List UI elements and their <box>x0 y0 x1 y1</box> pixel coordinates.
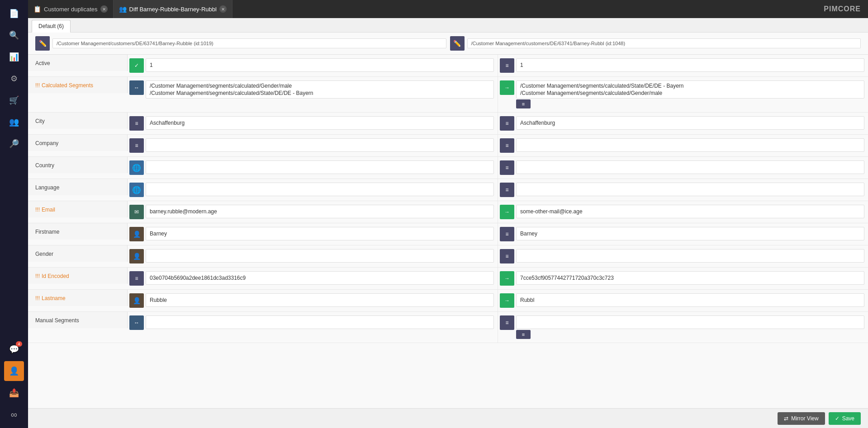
right-value-2: ≡Aschaffenburg <box>498 113 868 134</box>
left-icon-4: 🌐 <box>129 160 144 175</box>
left-icon-8: 👤 <box>129 249 144 263</box>
diff-excl-icon: !!! <box>35 295 40 301</box>
left-text-2: Aschaffenburg <box>146 116 494 130</box>
field-row-5: Language🌐≡ <box>28 179 868 201</box>
right-value-4: ≡ <box>498 157 868 179</box>
right-path-cell: ✏️ /Customer Management/customers/DE/637… <box>450 36 861 51</box>
tab-icon-diff: 👥 <box>119 5 127 13</box>
right-icon-6: → <box>500 205 514 219</box>
field-row-7: Firstname👤Barney≡Barney <box>28 223 868 245</box>
tab-close-diff[interactable]: ✕ <box>219 5 227 13</box>
field-values-10: 👤Rubble→Rubbl <box>128 290 868 311</box>
right-value-0: ≡1 <box>498 55 868 76</box>
mirror-view-button[interactable]: ⇄ Mirror View <box>778 412 825 425</box>
search-icon[interactable]: 🔍 <box>4 25 24 45</box>
tab-diff-barney[interactable]: 👥 Diff Barney-Rubble-Barney-Rubbl ✕ <box>114 0 232 18</box>
mirror-view-label: Mirror View <box>791 415 818 422</box>
right-value-6: →some-other-mail@ice.age <box>498 201 868 223</box>
person-icon[interactable]: 👤 <box>4 361 24 381</box>
left-value-11: ↔ <box>128 312 498 343</box>
infinity-icon[interactable]: ∞ <box>4 404 24 424</box>
left-text-7: Barney <box>146 227 494 240</box>
right-text-10: Rubbl <box>516 293 864 307</box>
left-icon-0: ✓ <box>129 58 144 73</box>
tab-icon-duplicates: 📋 <box>33 5 41 13</box>
field-row-10: !!!Lastname👤Rubble→Rubbl <box>28 290 868 312</box>
save-button[interactable]: ✓ Save <box>829 412 861 425</box>
chart-icon[interactable]: 📊 <box>4 47 24 67</box>
left-text-6: barney.rubble@modern.age <box>146 205 494 218</box>
right-text-11 <box>516 315 864 329</box>
left-path-cell: ✏️ /Customer Management/customers/DE/637… <box>35 36 446 51</box>
save-label: Save <box>842 415 854 422</box>
right-icon-1: → <box>500 80 514 95</box>
tab-close-duplicates[interactable]: ✕ <box>100 5 108 13</box>
left-value-0: ✓1 <box>128 55 498 76</box>
settings-icon[interactable]: ⚙ <box>4 69 24 89</box>
right-text-9: 7cce53cf90577442771720a370c3c723 <box>516 271 864 285</box>
field-values-6: ✉barney.rubble@modern.age→some-other-mai… <box>128 201 868 223</box>
right-icon-9: → <box>500 271 514 286</box>
sub-tab-bar: Default (6) <box>28 18 868 33</box>
chat-icon[interactable]: 💬 4 <box>4 339 24 359</box>
field-label-7: Firstname <box>28 223 128 240</box>
field-label-5: Language <box>28 179 128 195</box>
export-icon[interactable]: 📤 <box>4 383 24 403</box>
document-icon[interactable]: 📄 <box>4 4 24 24</box>
field-label-4: Country <box>28 157 128 173</box>
right-value-3: ≡ <box>498 135 868 156</box>
field-row-8: Gender👤≡ <box>28 245 868 268</box>
field-values-1: ↔/Customer Management/segments/calculate… <box>128 77 868 112</box>
left-icon-10: 👤 <box>129 293 144 308</box>
tab-customer-duplicates[interactable]: 📋 Customer duplicates ✕ <box>28 0 114 18</box>
left-value-2: ≡Aschaffenburg <box>128 113 498 134</box>
right-text-0: 1 <box>516 58 864 72</box>
right-text-3 <box>516 138 864 152</box>
magnify-icon[interactable]: 🔎 <box>4 134 24 154</box>
right-text-5 <box>516 183 864 196</box>
chat-badge: 4 <box>16 341 22 347</box>
left-icon-7: 👤 <box>129 227 144 241</box>
field-row-6: !!!Email✉barney.rubble@modern.age→some-o… <box>28 201 868 223</box>
right-icon-2: ≡ <box>500 116 514 131</box>
right-value-9: →7cce53cf90577442771720a370c3c723 <box>498 268 868 289</box>
save-check-icon: ✓ <box>835 415 840 422</box>
right-icon-0: ≡ <box>500 58 514 73</box>
left-text-4 <box>146 160 494 174</box>
left-icon-6: ✉ <box>129 205 144 219</box>
sidebar: 📄 🔍 📊 ⚙ 🛒 👥 🔎 💬 4 👤 📤 ∞ <box>0 0 28 428</box>
path-row: ✏️ /Customer Management/customers/DE/637… <box>28 33 868 55</box>
left-icon-11: ↔ <box>129 315 144 330</box>
content-area: Default (6) ✏️ /Customer Management/cust… <box>28 18 868 428</box>
sub-tab-default[interactable]: Default (6) <box>32 20 71 33</box>
right-path-icon: ✏️ <box>453 40 461 47</box>
left-value-6: ✉barney.rubble@modern.age <box>128 201 498 223</box>
cart-icon[interactable]: 🛒 <box>4 90 24 110</box>
right-text-2: Aschaffenburg <box>516 116 864 130</box>
left-text-1: /Customer Management/segments/calculated… <box>146 80 494 99</box>
left-path-button[interactable]: ✏️ <box>35 36 50 51</box>
users-icon[interactable]: 👥 <box>4 112 24 132</box>
right-path-text: /Customer Management/customers/DE/63741/… <box>467 38 861 48</box>
field-label-6: !!!Email <box>28 201 128 217</box>
field-label-9: !!!Id Encoded <box>28 268 128 284</box>
field-row-3: Company≡≡ <box>28 135 868 157</box>
right-text-4 <box>516 160 864 174</box>
right-icon-5: ≡ <box>500 183 514 197</box>
left-value-8: 👤 <box>128 245 498 267</box>
left-value-7: 👤Barney <box>128 223 498 245</box>
diff-container[interactable]: ✏️ /Customer Management/customers/DE/637… <box>28 33 868 408</box>
diff-excl-icon: !!! <box>35 273 40 279</box>
left-value-1: ↔/Customer Management/segments/calculate… <box>128 77 498 112</box>
right-icon-4: ≡ <box>500 160 514 175</box>
right-extra-icon-1: ≡ <box>516 99 531 108</box>
field-values-3: ≡≡ <box>128 135 868 156</box>
left-icon-2: ≡ <box>129 116 144 131</box>
left-value-3: ≡ <box>128 135 498 156</box>
left-icon-3: ≡ <box>129 138 144 153</box>
right-path-button[interactable]: ✏️ <box>450 36 465 51</box>
field-label-0: Active <box>28 55 128 71</box>
field-label-10: !!!Lastname <box>28 290 128 306</box>
right-icon-8: ≡ <box>500 249 514 263</box>
left-value-9: ≡03e0704b5690a2dee1861dc3ad3316c9 <box>128 268 498 289</box>
